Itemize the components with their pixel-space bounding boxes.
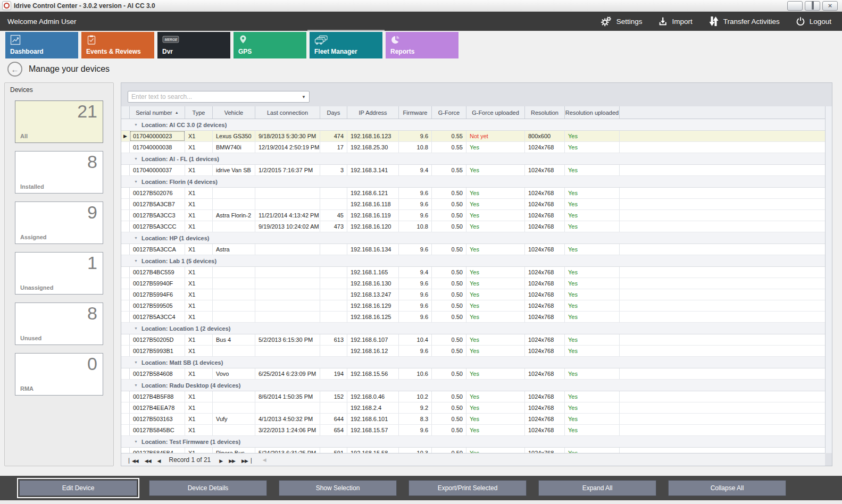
g-force-uploaded-cell: Yes [466,425,525,435]
minimize-button[interactable] [787,1,803,11]
device-filter-card-all[interactable]: 21All [15,100,103,143]
column-header-ip-address[interactable]: IP Address [347,106,399,119]
settings-button[interactable]: Settings [601,15,643,27]
maximize-button[interactable] [805,1,820,11]
back-button[interactable]: ← [7,62,22,77]
collapse-icon: ▼ [134,360,138,364]
pager-last-button[interactable]: ▶▶▕ [241,458,251,464]
column-header-type[interactable]: Type [185,106,213,119]
column-header-last-connection[interactable]: Last connection [255,106,320,119]
device-row[interactable]: 00127B5845B4X1Pipera Bus5/24/2013 6:31:2… [121,448,825,453]
tab-events-reviews[interactable]: Events & Reviews [81,32,154,58]
card-label: All [20,133,28,139]
group-row-location-matt-sb-1-devices[interactable]: ▼Location: Matt SB (1 devices) [121,357,825,368]
group-row-location-radu-desktop-4-devices[interactable]: ▼Location: Radu Desktop (4 devices) [121,380,825,391]
device-row[interactable]: 00127B4EEA78X1192.168.2.49.20.50Yes1024x… [121,402,825,414]
pager-prev-button[interactable]: ◀ [157,458,161,464]
device-row[interactable]: 00127B5A3CC3X1Astra Florin-211/21/2014 4… [121,210,825,221]
group-row-location-florin-4-devices[interactable]: ▼Location: Florin (4 devices) [121,176,825,188]
device-row[interactable]: 00127B5A3CB7X1192.168.16.1189.60.50Yes10… [121,199,825,210]
device-row[interactable]: 00127B502076X1192.168.6.1219.60.50Yes102… [121,188,825,199]
column-header-days[interactable]: Days [320,106,347,119]
welcome-bar: Welcome Admin User SettingsImportTransfe… [0,12,842,31]
group-row-location-al-cc-3-0-2-devices[interactable]: ▼Location: Al CC 3.0 (2 devices) [121,119,825,131]
tab-label: Dvr [162,48,173,55]
group-label: Location: Matt SB (1 devices) [141,359,223,366]
device-row[interactable]: 00127B5993B1X1192.168.16.129.60.50Yes102… [121,346,825,357]
device-row[interactable]: 00127B59940FX1192.168.16.1309.60.50Yes10… [121,278,825,289]
card-label: RMA [20,385,34,392]
ip-address-cell: 192.168.1.165 [347,267,399,278]
pager-fast-next-button[interactable]: ▶▶ [229,458,235,464]
device-row[interactable]: 00127B5845BCX13/22/2013 1:24:06 PM654192… [121,425,825,436]
hscroll-left-arrow-icon[interactable]: ◀ [263,457,266,463]
vehicle-cell [213,300,255,311]
resolution-cell: 1024x768 [525,402,565,413]
device-filter-card-assigned[interactable]: 9Assigned [15,201,103,244]
column-header-vehicle[interactable]: Vehicle [213,106,255,119]
pager-first-button[interactable]: ▏◀◀ [129,458,138,464]
tab-reports[interactable]: Reports [386,32,458,58]
device-row[interactable]: 00127B5A3CCCX19/19/2013 10:24:02 AM47319… [121,221,825,232]
group-row-location-al-fl-1-devices[interactable]: ▼Location: Al - FL (1 devices) [121,153,825,165]
tab-fleet-manager[interactable]: Fleet Manager [310,32,382,58]
group-row-location-test-firmware-1-devices[interactable]: ▼Location: Test Firmware (1 devices) [121,436,825,448]
g-force-cell: 0.50 [432,312,466,322]
group-row-location-location-1-2-devices[interactable]: ▼Location: Location 1 (2 devices) [121,323,825,334]
last-connection-cell: 5/2/2013 6:15:30 PM [255,334,320,345]
show-selection-button[interactable]: Show Selection [279,480,397,496]
device-row[interactable]: 00127B584608X1Vovo6/25/2014 6:23:09 PM19… [121,368,825,380]
ip-address-cell: 192.168.16.118 [347,199,399,209]
device-row[interactable]: 017040000038X1BMW740i12/19/2014 2:50:19 … [121,142,825,153]
tab-gps[interactable]: GPS [234,32,306,58]
device-row[interactable]: 00127B4B5F88X18/6/2014 1:50:35 PM152192.… [121,391,825,402]
tab-dvr[interactable]: MERGEDvr [157,32,230,58]
last-connection-cell [255,289,320,300]
device-row[interactable]: ▶017040000023X1Lexus GS3509/18/2013 5:30… [121,131,825,142]
column-header-resolution-uploaded[interactable]: Resolution uploaded [565,106,620,119]
device-row[interactable]: 00127B50205DX1Bus 45/2/2013 6:15:30 PM61… [121,334,825,346]
device-filter-card-installed[interactable]: 8Installed [15,151,103,194]
column-header-serial-number[interactable]: Serial number▲ [130,106,185,119]
column-header-firmware[interactable]: Firmware [399,106,432,119]
column-header-g-force-uploaded[interactable]: G-Force uploaded [466,106,525,119]
device-details-button[interactable]: Device Details [149,480,267,496]
device-row[interactable]: 017040000037X1idrive Van SB1/2/2015 7:16… [121,165,825,176]
collapse-icon: ▼ [134,123,138,127]
expand-all-button[interactable]: Expand All [538,480,656,496]
vertical-scrollbar[interactable] [825,106,832,453]
search-input[interactable] [128,93,298,101]
resolution-uploaded-cell: Yes [565,210,620,221]
device-row[interactable]: 00127B5994F6X1192.168.13.2479.60.50Yes10… [121,289,825,300]
group-row-location-hp-1-devices[interactable]: ▼Location: HP (1 devices) [121,232,825,244]
close-button[interactable]: × [822,1,838,11]
device-filter-card-unassigned[interactable]: 1Unassigned [15,252,103,295]
g-force-uploaded-cell: Yes [466,368,525,379]
column-header-g-force[interactable]: G-Force [432,106,466,119]
collapse-icon: ▼ [134,440,138,443]
tab-dashboard[interactable]: Dashboard [5,32,78,58]
pager-fast-prev-button[interactable]: ◀◀ [145,458,151,464]
pager-left: ▏◀◀◀◀◀ [126,455,164,465]
device-row[interactable]: 00127B4BC559X1192.168.1.1659.40.50Yes102… [121,267,825,278]
vehicle-cell [213,199,255,209]
logout-button[interactable]: Logout [796,16,831,26]
device-filter-card-rma[interactable]: 0RMA [15,353,103,396]
transfer-activities-button[interactable]: Transfer Activities [708,15,780,27]
column-header-resolution[interactable]: Resolution [525,106,565,119]
search-dropdown-icon[interactable]: ▼ [298,95,309,99]
import-button[interactable]: Import [658,16,692,26]
pager-next-button[interactable]: ▶ [219,458,222,464]
firmware-cell: 10.8 [399,142,432,153]
export-print-selected-button[interactable]: Export/Print Selected [409,480,527,496]
group-row-location-lab-1-5-devices[interactable]: ▼Location: Lab 1 (5 devices) [121,255,825,267]
device-row[interactable]: 00127B5A3CC4X1192.168.16.1259.60.50Yes10… [121,312,825,323]
device-row[interactable]: 00127B5A3CCAX1Astra192.168.16.1349.60.50… [121,244,825,255]
resolution-uploaded-cell: Yes [565,346,620,356]
device-row[interactable]: 00127B503163X1Vufy4/1/2013 4:50:32 PM644… [121,414,825,425]
ip-address-cell: 192.168.15.56 [347,368,399,379]
edit-device-button[interactable]: Edit Device [19,480,137,496]
collapse-all-button[interactable]: Collapse All [668,480,786,496]
device-row[interactable]: 00127B599505X1192.168.16.1299.60.50Yes10… [121,300,825,312]
device-filter-card-unused[interactable]: 8Unused [15,303,103,345]
